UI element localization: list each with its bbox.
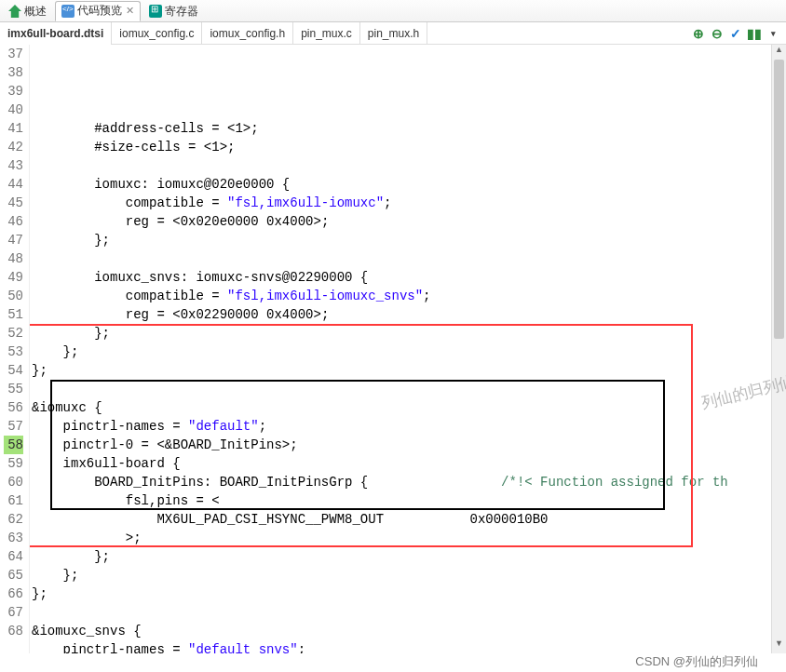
close-icon[interactable]: ✕	[126, 5, 134, 17]
register-icon	[149, 5, 162, 18]
scroll-down-icon[interactable]: ▼	[772, 638, 786, 653]
view-tabs: 概述 代码预览 ✕ 寄存器	[0, 0, 786, 22]
footer-credit: CSDN @列仙的归列仙	[635, 653, 758, 670]
tab-overview[interactable]: 概述	[2, 1, 53, 21]
menu-dropdown-icon[interactable]: ▾	[766, 26, 780, 41]
editor-tools: ⊕ ⊖ ✓ ▮▮ ▾	[691, 26, 786, 41]
scroll-up-icon[interactable]: ▲	[772, 45, 786, 60]
filter-icon[interactable]: ✓	[728, 26, 743, 41]
home-icon	[8, 5, 21, 18]
vertical-scrollbar[interactable]: ▲ ▼	[771, 45, 786, 653]
scroll-thumb[interactable]	[774, 60, 784, 339]
file-tab[interactable]: pin_mux.h	[360, 22, 427, 45]
file-tab[interactable]: pin_mux.c	[293, 22, 360, 45]
tab-label: 寄存器	[165, 4, 198, 20]
zoom-out-icon[interactable]: ⊖	[710, 26, 725, 41]
file-tab[interactable]: iomux_config.c	[112, 22, 202, 45]
code-icon	[61, 5, 75, 18]
tab-label: 代码预览	[77, 3, 122, 19]
zoom-in-icon[interactable]: ⊕	[691, 26, 706, 41]
code-area[interactable]: #address-cells = <1>; #size-cells = <1>;…	[30, 45, 786, 653]
tab-label: 概述	[24, 4, 47, 20]
file-bar: imx6ull-board.dtsi iomux_config.c iomux_…	[0, 22, 786, 45]
file-tab[interactable]: imx6ull-board.dtsi	[0, 22, 112, 45]
chart-icon[interactable]: ▮▮	[747, 26, 762, 41]
line-numbers: 3738394041424344454647484950515253545556…	[0, 45, 30, 653]
tab-code-preview[interactable]: 代码预览 ✕	[55, 1, 141, 21]
file-tab[interactable]: iomux_config.h	[202, 22, 293, 45]
code-editor[interactable]: 3738394041424344454647484950515253545556…	[0, 45, 786, 653]
file-tabs: imx6ull-board.dtsi iomux_config.c iomux_…	[0, 22, 427, 45]
tab-registers[interactable]: 寄存器	[142, 1, 205, 21]
